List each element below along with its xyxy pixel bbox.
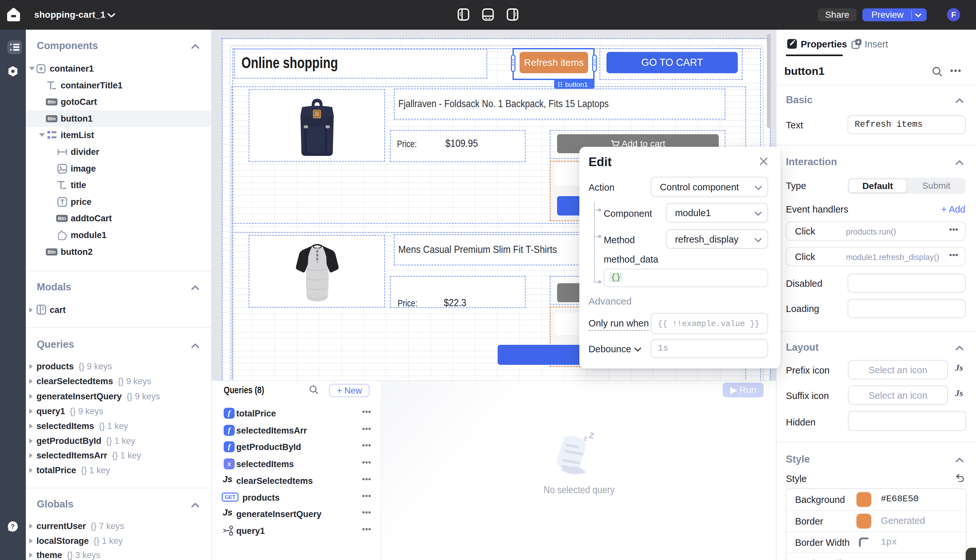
svg-text:z: z bbox=[588, 432, 595, 441]
svg-text:?: ? bbox=[11, 523, 15, 530]
svg-text:z: z bbox=[582, 433, 588, 443]
